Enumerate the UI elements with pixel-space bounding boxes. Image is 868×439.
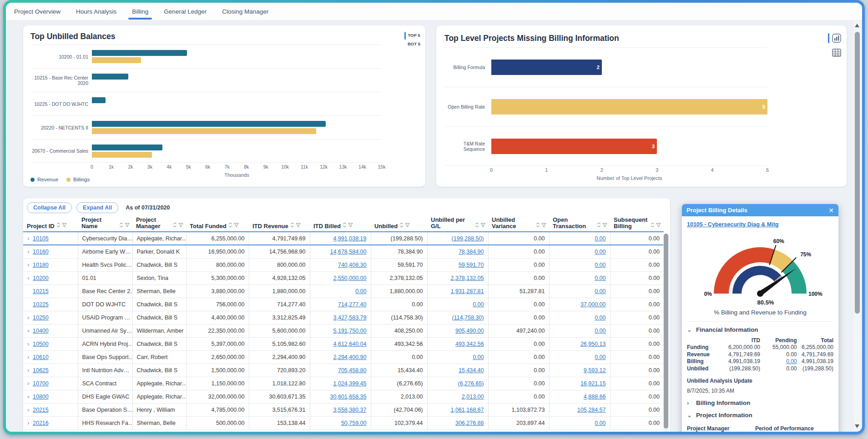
- legend-item[interactable]: Revenue: [30, 177, 58, 182]
- unbilled-per-gl-cell-link[interactable]: 0.00: [473, 301, 484, 308]
- bar-revenue[interactable]: [92, 97, 106, 103]
- open-transaction-cell-link[interactable]: 0.00: [595, 235, 606, 242]
- itd-billed-cell-link[interactable]: 4,991,038.19: [333, 235, 367, 242]
- open-transaction-cell-link[interactable]: 0.00: [595, 354, 606, 360]
- itd-billed-cell-link[interactable]: 5,191,750.00: [333, 328, 367, 334]
- bar-chart-view-icon[interactable]: [832, 34, 841, 43]
- open-transaction-cell-link[interactable]: 16,921.15: [580, 380, 606, 387]
- sort-icon[interactable]: [173, 222, 177, 229]
- tab-hours-analysis[interactable]: Hours Analysis: [75, 4, 117, 20]
- filter-icon[interactable]: [296, 222, 301, 229]
- filter-icon[interactable]: [602, 222, 607, 229]
- row-expand-icon[interactable]: ›: [27, 354, 30, 360]
- bar-t-m-rate-sequence[interactable]: 3: [491, 139, 657, 154]
- unbilled-per-gl-cell-link[interactable]: 78,384.90: [459, 249, 484, 255]
- project-id-link[interactable]: 10625: [33, 367, 49, 374]
- project-id-link[interactable]: 10180: [33, 262, 49, 268]
- itd-billed-cell-link[interactable]: 1,024,399.45: [333, 380, 367, 387]
- row-expand-icon[interactable]: ›: [27, 340, 30, 347]
- filter-icon[interactable]: [125, 222, 130, 229]
- project-detail-link[interactable]: 10105 - Cybersecurity Diag & Mitg: [687, 221, 778, 228]
- unbilled-per-gl-cell-link[interactable]: 905,490.00: [455, 328, 484, 334]
- open-transaction-cell-link[interactable]: 0.00: [595, 328, 606, 334]
- tab-billing[interactable]: Billing: [131, 4, 149, 20]
- project-id-link[interactable]: 10160: [33, 249, 49, 255]
- tab-project-overview[interactable]: Project Overview: [13, 4, 61, 20]
- unbilled-per-gl-cell-link[interactable]: 2,378,132.05: [451, 275, 484, 281]
- row-expand-icon[interactable]: ›: [27, 327, 30, 334]
- bar-billings[interactable]: [92, 152, 152, 158]
- itd-billed-cell-link[interactable]: 30,601,658.35: [330, 394, 367, 400]
- row-expand-icon[interactable]: ›: [27, 419, 30, 426]
- project-id-link[interactable]: 10700: [33, 380, 49, 387]
- project-id-link[interactable]: 10200: [33, 275, 49, 281]
- itd-billed-cell-link[interactable]: 4,612,640.04: [333, 341, 367, 347]
- bar-revenue[interactable]: [92, 74, 128, 80]
- filter-icon[interactable]: [178, 222, 183, 229]
- filter-icon[interactable]: [480, 222, 485, 229]
- filter-icon[interactable]: [656, 222, 661, 229]
- unbilled-per-gl-cell-link[interactable]: 1,061,168.67: [451, 407, 484, 413]
- row-expand-icon[interactable]: ›: [27, 380, 30, 387]
- row-expand-icon[interactable]: ›: [27, 367, 30, 374]
- project-id-link[interactable]: 10225: [33, 301, 49, 308]
- row-expand-icon[interactable]: ›: [27, 393, 30, 400]
- legend-item[interactable]: Billings: [66, 177, 90, 182]
- open-transaction-cell-link[interactable]: 105,284.57: [577, 407, 606, 413]
- itd-billed-cell-link[interactable]: 705,458.80: [338, 367, 367, 374]
- itd-billed-cell-link[interactable]: 2,294,400.90: [333, 354, 367, 360]
- tab-general-ledger[interactable]: General Ledger: [163, 4, 207, 20]
- sort-icon[interactable]: [399, 222, 404, 229]
- bar-revenue[interactable]: [92, 121, 326, 127]
- open-transaction-cell-link[interactable]: 9,593.12: [584, 367, 606, 374]
- open-transaction-cell-link[interactable]: 0.00: [595, 314, 606, 321]
- sort-icon[interactable]: [343, 222, 347, 229]
- open-transaction-cell-link[interactable]: 0.00: [595, 420, 606, 426]
- column-header-unbilled-per-g-l[interactable]: Unbilled per G/L: [427, 216, 488, 232]
- filter-icon[interactable]: [62, 222, 67, 229]
- table-scrollbar[interactable]: [663, 234, 669, 432]
- row-expand-icon[interactable]: ›: [27, 248, 30, 255]
- project-id-link[interactable]: 10250: [33, 314, 49, 321]
- open-transaction-cell-link[interactable]: 4,888.66: [584, 394, 606, 400]
- filter-icon[interactable]: [405, 222, 410, 229]
- project-id-link[interactable]: 10400: [33, 328, 49, 334]
- toggle-bot5[interactable]: BOT 5: [406, 40, 422, 49]
- project-id-link[interactable]: 10800: [33, 394, 49, 400]
- unbilled-per-gl-cell-link[interactable]: (199,288.50): [452, 235, 484, 242]
- open-transaction-cell-link[interactable]: 37,000.00: [580, 301, 606, 308]
- bar-billings[interactable]: [92, 57, 141, 63]
- bar-open-billing-rate[interactable]: 5: [491, 99, 767, 115]
- bar-revenue[interactable]: [92, 50, 187, 56]
- itd-billed-cell-link[interactable]: 2,550,000.00: [333, 275, 367, 281]
- unbilled-per-gl-cell-link[interactable]: 15,434.40: [459, 367, 484, 374]
- scroll-up-arrow-icon[interactable]: [855, 24, 859, 27]
- sort-icon[interactable]: [228, 222, 232, 229]
- bar-billings[interactable]: [92, 128, 316, 134]
- column-header-unbilled-variance[interactable]: Unbilled Variance: [488, 216, 549, 232]
- unbilled-per-gl-cell-link[interactable]: 2,013.00: [462, 394, 484, 400]
- unbilled-per-gl-cell-link[interactable]: (114,758.30): [452, 314, 484, 321]
- sort-icon[interactable]: [651, 222, 655, 229]
- filter-icon[interactable]: [348, 222, 353, 229]
- column-header-project-manager[interactable]: Project Manager: [132, 216, 186, 232]
- sort-icon[interactable]: [536, 222, 540, 229]
- sort-icon[interactable]: [119, 222, 123, 229]
- itd-billed-cell-link[interactable]: 740,408.30: [338, 262, 367, 268]
- project-section-header[interactable]: ⌄ Project Information: [687, 412, 833, 419]
- column-header-total-funded[interactable]: Total Funded: [186, 216, 249, 232]
- sort-icon[interactable]: [290, 222, 294, 229]
- itd-billed-cell-link[interactable]: 0.00: [355, 288, 366, 294]
- sort-icon[interactable]: [597, 222, 601, 229]
- open-transaction-cell-link[interactable]: 26,950.13: [580, 341, 606, 347]
- open-transaction-cell-link[interactable]: 0.00: [595, 288, 606, 294]
- row-expand-icon[interactable]: ›: [27, 261, 30, 268]
- row-expand-icon[interactable]: ›: [27, 314, 30, 321]
- open-transaction-cell-link[interactable]: 0.00: [595, 249, 606, 255]
- scroll-down-arrow-icon[interactable]: [855, 424, 859, 428]
- toggle-top5[interactable]: TOP 5: [406, 32, 422, 40]
- bar-revenue[interactable]: [92, 145, 162, 150]
- filter-icon[interactable]: [234, 222, 239, 229]
- financial-pending-link[interactable]: 0.00: [786, 358, 797, 364]
- itd-billed-cell-link[interactable]: 3,558,380.37: [333, 407, 367, 413]
